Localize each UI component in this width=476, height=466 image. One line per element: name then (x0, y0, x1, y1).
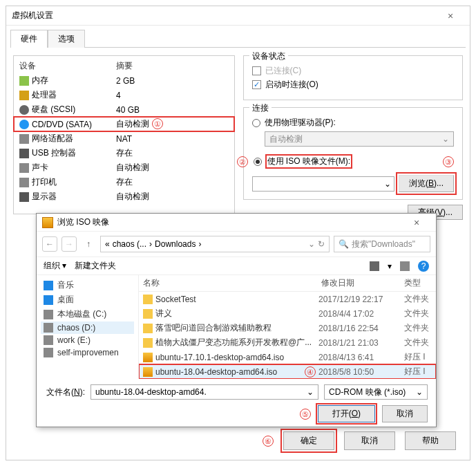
col-device: 设备 (19, 60, 116, 72)
help-icon[interactable]: ? (418, 261, 429, 272)
sidebar-item-music[interactable]: 音乐 (41, 278, 134, 292)
col-name[interactable]: 名称 (143, 277, 321, 289)
drive-icon (44, 335, 53, 345)
tab-options[interactable]: 选项 (48, 30, 85, 48)
chevron-down-icon: ⌄ (308, 239, 315, 249)
network-icon (19, 134, 29, 144)
checkbox-connect-on-power[interactable] (252, 80, 261, 89)
folder-icon (143, 338, 153, 348)
chevron-down-icon: ⌄ (442, 134, 449, 144)
refresh-icon[interactable]: ↻ (318, 239, 325, 249)
folder-tree: 音乐 桌面 本地磁盘 (C:) chaos (D:) work (E:) sel… (37, 275, 139, 379)
vmware-icon (42, 217, 53, 228)
sidebar-item-drive-d[interactable]: chaos (D:) (41, 321, 134, 334)
connection-title: 连接 (249, 102, 272, 114)
device-row-cddvd[interactable]: CD/DVD (SATA)自动检测① (14, 117, 234, 131)
col-type[interactable]: 类型 (404, 277, 432, 289)
new-folder-button[interactable]: 新建文件夹 (75, 260, 116, 272)
drive-icon (44, 310, 53, 319)
browse-iso-dialog: 浏览 ISO 映像 × ← → ↑ «chaos (...›Downloads›… (36, 213, 437, 427)
sidebar-item-drive-e[interactable]: work (E:) (41, 334, 134, 346)
checkbox-connected[interactable] (252, 66, 261, 75)
file-row[interactable]: SocketTest2017/12/19 22:17文件夹 (139, 292, 436, 306)
badge-3: ③ (443, 156, 454, 167)
music-icon (44, 281, 53, 290)
drive-icon (44, 323, 53, 333)
file-row[interactable]: ubuntu-17.10.1-desktop-amd64.iso2018/4/1… (139, 350, 436, 364)
desktop-icon (44, 295, 53, 305)
folder-icon (143, 309, 153, 319)
close-icon[interactable]: × (437, 10, 464, 21)
organize-menu[interactable]: 组织 ▾ (44, 260, 66, 272)
device-row-display[interactable]: 显示器自动检测 (14, 189, 234, 204)
filename-combo[interactable]: ubuntu-18.04-desktop-amd64.⌄ (91, 384, 318, 400)
search-input[interactable]: 🔍 搜索"Downloads" (334, 236, 430, 252)
cpu-icon (19, 91, 29, 100)
back-button[interactable]: ← (42, 236, 57, 252)
device-row-usb[interactable]: USB 控制器存在 (14, 146, 234, 160)
usb-icon (19, 149, 29, 158)
chevron-down-icon: ⌄ (307, 387, 314, 397)
sound-icon (19, 163, 29, 173)
folder-icon (143, 295, 153, 304)
physical-drive-combo[interactable]: 自动检测⌄ (265, 131, 455, 147)
device-row-disk[interactable]: 硬盘 (SCSI)40 GB (14, 102, 234, 117)
tab-hardware[interactable]: 硬件 (10, 30, 48, 48)
badge-5: ⑤ (300, 409, 311, 420)
chevron-down-icon: ⌄ (416, 387, 423, 397)
iso-icon (143, 353, 153, 362)
sidebar-item-desktop[interactable]: 桌面 (41, 292, 134, 307)
cancel-button[interactable]: 取消 (344, 431, 395, 450)
forward-button[interactable]: → (61, 236, 77, 252)
connection-group: 连接 使用物理驱动器(P): 自动检测⌄ ②使用 ISO 映像文件(M):③ ⌄… (243, 107, 464, 200)
memory-icon (19, 76, 29, 86)
close-icon[interactable]: × (403, 217, 430, 228)
cd-icon (19, 120, 29, 129)
browse-button[interactable]: 浏览(B)... (399, 175, 454, 192)
printer-icon (19, 178, 29, 187)
device-status-title: 设备状态 (249, 50, 288, 62)
dialog-title: 浏览 ISO 映像 (57, 216, 403, 228)
device-row-network[interactable]: 网络适配器NAT (14, 131, 234, 146)
cancel-button[interactable]: 取消 (382, 405, 428, 422)
file-row[interactable]: 讲义2018/4/4 17:02文件夹 (139, 306, 436, 321)
chevron-down-icon: ⌄ (384, 179, 391, 189)
disk-icon (19, 105, 29, 115)
help-button[interactable]: 帮助 (405, 431, 456, 450)
file-row[interactable]: 植物大战僵尸变态功能系列开发教程@广...2018/1/21 21:03文件夹 (139, 335, 436, 350)
ok-button[interactable]: 确定 (283, 431, 334, 450)
display-icon (19, 192, 29, 202)
sidebar-item-self-improvement[interactable]: self-improvemen (41, 346, 134, 359)
open-button[interactable]: 打开(O) (318, 405, 375, 422)
window-title: 虚拟机设置 (12, 10, 437, 21)
badge-1: ① (152, 118, 163, 129)
radio-iso-file[interactable] (254, 158, 262, 166)
file-row[interactable]: 落雪吧问道回合制游戏辅助教程2018/1/16 22:54文件夹 (139, 321, 436, 335)
col-modified[interactable]: 修改日期 (321, 277, 404, 289)
path-bar[interactable]: «chaos (...›Downloads› ⌄ ↻ (100, 236, 330, 252)
device-row-printer[interactable]: 打印机存在 (14, 175, 234, 189)
filename-label: 文件名(N): (45, 386, 85, 398)
search-icon: 🔍 (339, 239, 349, 249)
col-summary: 摘要 (116, 60, 133, 72)
device-status-group: 设备状态 已连接(C) 启动时连接(O) (243, 55, 464, 100)
file-list: 名称 修改日期 类型 SocketTest2017/12/19 22:17文件夹… (139, 275, 436, 379)
device-row-sound[interactable]: 声卡自动检测 (14, 160, 234, 175)
radio-physical-drive[interactable] (252, 119, 260, 127)
iso-path-combo[interactable]: ⌄ (252, 176, 394, 192)
iso-icon (143, 367, 153, 377)
badge-4: ④ (305, 366, 316, 378)
file-row-selected[interactable]: ubuntu-18.04-desktop-amd64.iso④2018/5/8 … (139, 364, 436, 379)
device-list: 设备 摘要 内存2 GB 处理器4 硬盘 (SCSI)40 GB CD/DVD … (13, 55, 235, 214)
view-icon[interactable] (370, 261, 379, 271)
filter-combo[interactable]: CD-ROM 映像 (*.iso)⌄ (324, 384, 428, 400)
preview-icon[interactable] (400, 261, 410, 271)
sidebar-item-drive-c[interactable]: 本地磁盘 (C:) (41, 307, 134, 321)
device-row-cpu[interactable]: 处理器4 (14, 88, 234, 102)
drive-icon (44, 348, 53, 357)
folder-icon (143, 324, 153, 333)
device-row-memory[interactable]: 内存2 GB (14, 73, 234, 88)
up-button[interactable]: ↑ (81, 236, 96, 252)
badge-2: ② (237, 156, 248, 167)
badge-6: ⑥ (263, 436, 274, 447)
